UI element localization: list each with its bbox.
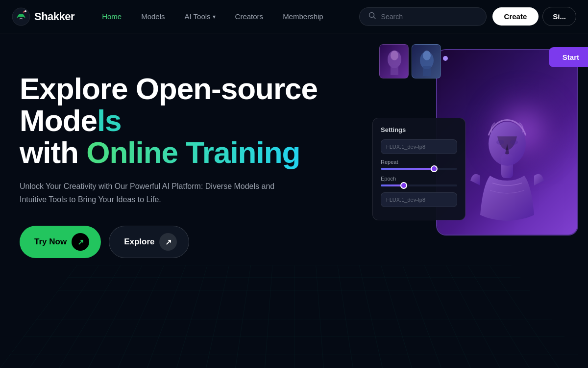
logo-icon (12, 7, 30, 26)
repeat-label: Repeat (381, 159, 457, 165)
hero-title-pre: Explore Open-source Mode (20, 72, 318, 137)
svg-point-14 (510, 140, 518, 145)
repeat-slider-fill (381, 168, 434, 170)
settings-field-1: FLUX.1_dev-fp8 (381, 139, 457, 154)
brand-name: Shakker (34, 10, 74, 23)
logo[interactable]: Shakker (12, 7, 74, 26)
epoch-slider-thumb (400, 182, 407, 189)
svg-point-13 (496, 140, 504, 145)
nav-ai-tools[interactable]: AI Tools ▾ (177, 8, 223, 25)
settings-field-2: FLUX.1_dev-fp8 (381, 192, 457, 207)
nav-links: Home Models AI Tools ▾ Creators Membersh… (94, 8, 359, 25)
svg-rect-10 (423, 66, 431, 76)
preview-container: Settings FLUX.1_dev-fp8 Repeat Epoch FLU… (343, 39, 588, 324)
explore-arrow-icon: ↗ (159, 233, 177, 251)
hero-title-with: with (20, 135, 86, 169)
explore-button[interactable]: Explore ↗ (109, 226, 189, 258)
hero-title: Explore Open-source Models with Online T… (20, 73, 323, 168)
try-now-button[interactable]: Try Now ↗ (20, 226, 101, 258)
signup-button[interactable]: Si... (542, 7, 576, 26)
chevron-down-icon: ▾ (213, 13, 216, 20)
hero-title-online-training: Online Training (86, 135, 300, 169)
settings-title: Settings (381, 126, 457, 133)
create-button[interactable]: Create (492, 7, 539, 26)
svg-point-5 (391, 51, 398, 60)
card-dot-indicator (443, 56, 448, 61)
try-now-arrow-icon: ↗ (72, 233, 89, 251)
thumbnail-1[interactable] (379, 44, 409, 79)
hero-buttons: Try Now ↗ Explore ↗ (20, 226, 323, 258)
nav-home[interactable]: Home (94, 8, 129, 25)
nav-models[interactable]: Models (133, 8, 172, 25)
hero-section: Explore Open-source Models with Online T… (0, 33, 323, 258)
search-input[interactable] (381, 13, 477, 21)
svg-point-1 (24, 10, 26, 12)
search-bar (359, 7, 487, 26)
start-button[interactable]: Start (549, 47, 588, 67)
svg-point-9 (423, 51, 431, 60)
hero-title-highlight: ls (97, 104, 122, 137)
repeat-slider[interactable] (381, 168, 457, 170)
statue-svg (453, 78, 561, 235)
epoch-label: Epoch (381, 176, 457, 182)
navbar: Shakker Home Models AI Tools ▾ Creators … (0, 0, 588, 33)
thumbnail-strip (379, 44, 441, 79)
repeat-slider-thumb (431, 165, 438, 172)
nav-membership[interactable]: Membership (275, 8, 331, 25)
search-icon (368, 12, 376, 22)
epoch-slider[interactable] (381, 184, 457, 186)
hero-subtitle: Unlock Your Creativity with Our Powerful… (20, 180, 294, 206)
svg-rect-6 (391, 65, 398, 75)
nav-creators[interactable]: Creators (227, 8, 271, 25)
thumbnail-2[interactable] (412, 44, 441, 79)
settings-panel: Settings FLUX.1_dev-fp8 Repeat Epoch FLU… (372, 118, 466, 220)
